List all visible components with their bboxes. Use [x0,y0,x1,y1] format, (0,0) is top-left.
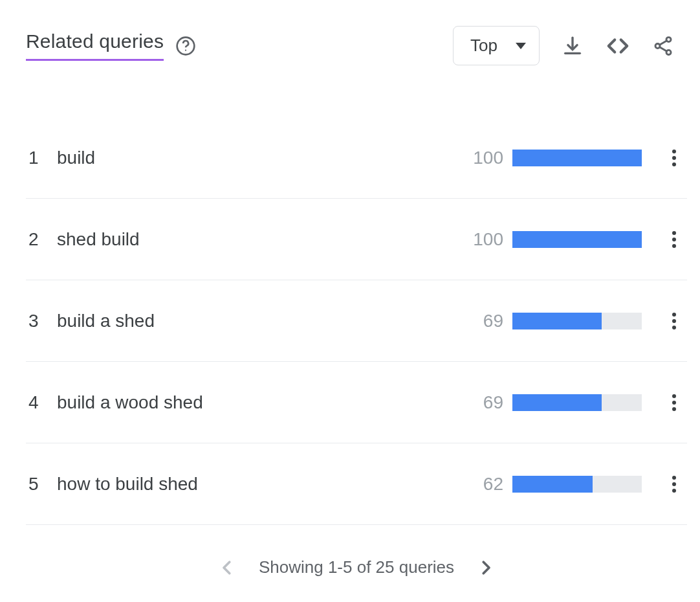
download-icon[interactable] [562,35,584,57]
pager-text: Showing 1-5 of 25 queries [259,557,454,577]
query-score: 62 [452,474,503,495]
svg-point-19 [672,476,676,480]
query-bar-fill [512,394,602,411]
query-text: build [57,148,452,168]
svg-point-8 [672,156,676,160]
svg-line-5 [660,40,667,44]
query-rank: 4 [26,392,57,413]
svg-point-15 [672,326,676,329]
svg-point-21 [672,489,676,493]
query-bar-fill [512,313,602,329]
more-options-icon[interactable] [661,230,687,249]
sort-dropdown[interactable]: Top [453,26,540,65]
query-row[interactable]: 5 how to build shed 62 [26,443,687,525]
pager-prev-icon[interactable] [217,558,237,577]
more-options-icon[interactable] [661,393,687,412]
query-bar-fill [512,476,593,493]
query-row[interactable]: 4 build a wood shed 69 [26,362,687,443]
query-text: build a shed [57,311,452,331]
query-text: how to build shed [57,474,452,495]
query-bar-fill [512,231,642,248]
query-bar [512,476,642,493]
query-bar [512,313,642,329]
svg-point-14 [672,319,676,323]
query-bar [512,150,642,166]
svg-point-12 [672,244,676,248]
more-options-icon[interactable] [661,311,687,331]
sort-dropdown-label: Top [470,36,498,56]
help-icon[interactable] [175,36,196,56]
svg-point-10 [672,231,676,235]
pager-next-icon[interactable] [476,558,496,577]
query-bar-fill [512,150,642,166]
svg-point-1 [185,49,186,50]
query-rank: 5 [26,474,57,495]
query-rank: 1 [26,148,57,168]
svg-point-20 [672,482,676,486]
more-options-icon[interactable] [661,474,687,494]
section-title: Related queries [26,30,164,61]
query-score: 100 [452,148,503,168]
query-bar [512,394,642,411]
svg-point-13 [672,313,676,317]
query-row[interactable]: 2 shed build 100 [26,199,687,280]
query-rank: 2 [26,229,57,250]
query-text: build a wood shed [57,392,452,413]
svg-point-11 [672,238,676,241]
query-score: 69 [452,311,503,331]
svg-point-17 [672,401,676,405]
chevron-down-icon [516,43,526,49]
svg-point-9 [672,162,676,166]
svg-point-18 [672,407,676,411]
query-score: 100 [452,229,503,250]
svg-line-6 [660,47,667,50]
share-icon[interactable] [652,35,674,57]
query-bar [512,231,642,248]
query-row[interactable]: 1 build 100 [26,117,687,199]
more-options-icon[interactable] [661,148,687,168]
query-text: shed build [57,229,452,250]
query-row[interactable]: 3 build a shed 69 [26,280,687,362]
query-rank: 3 [26,311,57,331]
svg-point-7 [672,150,676,153]
pager: Showing 1-5 of 25 queries [26,557,687,577]
svg-point-16 [672,394,676,398]
query-score: 69 [452,392,503,413]
embed-icon[interactable] [606,34,630,58]
